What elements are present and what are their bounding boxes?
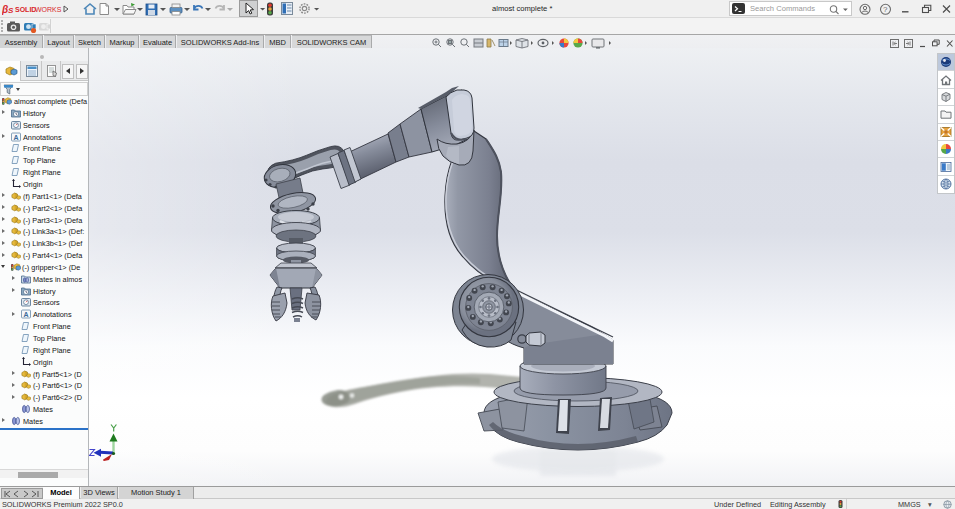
svg-text:?: ? bbox=[883, 5, 888, 14]
svg-text:A: A bbox=[14, 133, 19, 140]
svg-text:A: A bbox=[24, 311, 29, 318]
svg-text:S: S bbox=[8, 6, 14, 15]
svg-text:WORKS: WORKS bbox=[35, 6, 62, 13]
svg-text:SOLID: SOLID bbox=[15, 6, 36, 13]
